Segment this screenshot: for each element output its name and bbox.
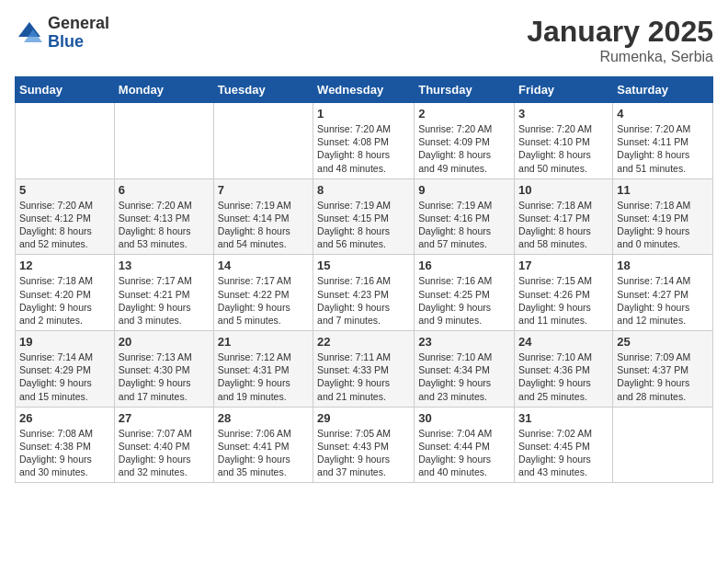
location: Rumenka, Serbia xyxy=(527,49,713,65)
calendar-cell: 25Sunrise: 7:09 AM Sunset: 4:37 PM Dayli… xyxy=(613,331,713,408)
day-info: Sunrise: 7:05 AM Sunset: 4:43 PM Dayligh… xyxy=(317,427,410,479)
day-info: Sunrise: 7:18 AM Sunset: 4:17 PM Dayligh… xyxy=(518,199,609,251)
day-number: 13 xyxy=(119,259,210,272)
logo-icon xyxy=(15,18,44,48)
day-number: 9 xyxy=(418,183,510,197)
calendar-cell: 1Sunrise: 7:20 AM Sunset: 4:08 PM Daylig… xyxy=(313,103,415,179)
calendar-cell: 8Sunrise: 7:19 AM Sunset: 4:15 PM Daylig… xyxy=(313,178,415,255)
calendar-cell: 13Sunrise: 7:17 AM Sunset: 4:21 PM Dayli… xyxy=(114,255,213,331)
day-info: Sunrise: 7:15 AM Sunset: 4:26 PM Dayligh… xyxy=(518,274,609,327)
calendar-cell xyxy=(613,407,713,483)
day-info: Sunrise: 7:02 AM Sunset: 4:45 PM Dayligh… xyxy=(518,427,609,479)
calendar-cell: 14Sunrise: 7:17 AM Sunset: 4:22 PM Dayli… xyxy=(213,255,313,331)
calendar-cell: 30Sunrise: 7:04 AM Sunset: 4:44 PM Dayli… xyxy=(415,407,515,483)
day-number: 31 xyxy=(518,411,609,425)
day-info: Sunrise: 7:14 AM Sunset: 4:29 PM Dayligh… xyxy=(19,350,110,403)
day-info: Sunrise: 7:19 AM Sunset: 4:16 PM Dayligh… xyxy=(418,199,510,251)
calendar-cell: 2Sunrise: 7:20 AM Sunset: 4:09 PM Daylig… xyxy=(415,103,515,179)
day-info: Sunrise: 7:20 AM Sunset: 4:10 PM Dayligh… xyxy=(518,122,609,175)
day-info: Sunrise: 7:09 AM Sunset: 4:37 PM Dayligh… xyxy=(617,350,709,403)
header-day: Thursday xyxy=(415,77,515,103)
day-number: 23 xyxy=(418,335,510,349)
day-number: 24 xyxy=(518,335,609,349)
calendar-cell: 26Sunrise: 7:08 AM Sunset: 4:38 PM Dayli… xyxy=(16,407,115,483)
header-day: Saturday xyxy=(613,77,713,103)
logo: General Blue xyxy=(15,15,109,52)
calendar-cell: 19Sunrise: 7:14 AM Sunset: 4:29 PM Dayli… xyxy=(16,331,115,408)
day-info: Sunrise: 7:17 AM Sunset: 4:22 PM Dayligh… xyxy=(218,274,309,327)
calendar-cell: 28Sunrise: 7:06 AM Sunset: 4:41 PM Dayli… xyxy=(213,407,313,483)
day-info: Sunrise: 7:20 AM Sunset: 4:11 PM Dayligh… xyxy=(617,122,709,175)
header-day: Wednesday xyxy=(313,77,415,103)
calendar-cell: 7Sunrise: 7:19 AM Sunset: 4:14 PM Daylig… xyxy=(213,178,313,255)
calendar-cell: 31Sunrise: 7:02 AM Sunset: 4:45 PM Dayli… xyxy=(515,407,613,483)
day-info: Sunrise: 7:08 AM Sunset: 4:38 PM Dayligh… xyxy=(19,427,110,479)
day-info: Sunrise: 7:10 AM Sunset: 4:34 PM Dayligh… xyxy=(418,350,510,403)
day-number: 28 xyxy=(218,411,309,425)
day-number: 11 xyxy=(617,183,709,197)
day-number: 26 xyxy=(19,411,110,425)
calendar-cell: 21Sunrise: 7:12 AM Sunset: 4:31 PM Dayli… xyxy=(213,331,313,408)
day-number: 5 xyxy=(19,183,110,197)
calendar-cell: 18Sunrise: 7:14 AM Sunset: 4:27 PM Dayli… xyxy=(613,255,713,331)
calendar-cell xyxy=(114,103,213,179)
day-number: 17 xyxy=(518,259,609,272)
day-info: Sunrise: 7:06 AM Sunset: 4:41 PM Dayligh… xyxy=(218,427,309,479)
day-info: Sunrise: 7:18 AM Sunset: 4:20 PM Dayligh… xyxy=(19,274,110,327)
header-day: Monday xyxy=(114,77,213,103)
day-number: 25 xyxy=(617,335,709,349)
day-info: Sunrise: 7:20 AM Sunset: 4:09 PM Dayligh… xyxy=(418,122,510,175)
day-number: 8 xyxy=(317,183,410,197)
day-number: 12 xyxy=(19,259,110,272)
calendar-cell: 24Sunrise: 7:10 AM Sunset: 4:36 PM Dayli… xyxy=(515,331,613,408)
day-number: 14 xyxy=(218,259,309,272)
calendar-cell: 23Sunrise: 7:10 AM Sunset: 4:34 PM Dayli… xyxy=(415,331,515,408)
day-info: Sunrise: 7:14 AM Sunset: 4:27 PM Dayligh… xyxy=(617,274,709,327)
calendar-cell: 17Sunrise: 7:15 AM Sunset: 4:26 PM Dayli… xyxy=(515,255,613,331)
day-info: Sunrise: 7:16 AM Sunset: 4:25 PM Dayligh… xyxy=(418,274,510,327)
day-info: Sunrise: 7:10 AM Sunset: 4:36 PM Dayligh… xyxy=(518,350,609,403)
day-info: Sunrise: 7:20 AM Sunset: 4:08 PM Dayligh… xyxy=(317,122,410,175)
day-info: Sunrise: 7:11 AM Sunset: 4:33 PM Dayligh… xyxy=(317,350,410,403)
day-number: 29 xyxy=(317,411,410,425)
calendar-cell: 20Sunrise: 7:13 AM Sunset: 4:30 PM Dayli… xyxy=(114,331,213,408)
day-number: 21 xyxy=(218,335,309,349)
day-number: 19 xyxy=(19,335,110,349)
day-info: Sunrise: 7:07 AM Sunset: 4:40 PM Dayligh… xyxy=(119,427,210,479)
day-number: 1 xyxy=(317,107,410,121)
header-day: Friday xyxy=(515,77,613,103)
calendar-cell: 29Sunrise: 7:05 AM Sunset: 4:43 PM Dayli… xyxy=(313,407,415,483)
logo-blue: Blue xyxy=(48,33,109,52)
logo-text: General Blue xyxy=(48,15,109,52)
day-number: 2 xyxy=(418,107,510,121)
day-number: 4 xyxy=(617,107,709,121)
day-info: Sunrise: 7:16 AM Sunset: 4:23 PM Dayligh… xyxy=(317,274,410,327)
day-info: Sunrise: 7:17 AM Sunset: 4:21 PM Dayligh… xyxy=(119,274,210,327)
logo-general: General xyxy=(48,15,109,33)
calendar-cell: 4Sunrise: 7:20 AM Sunset: 4:11 PM Daylig… xyxy=(613,103,713,179)
day-number: 16 xyxy=(418,259,510,272)
calendar-week-row: 26Sunrise: 7:08 AM Sunset: 4:38 PM Dayli… xyxy=(16,407,713,483)
calendar-cell: 6Sunrise: 7:20 AM Sunset: 4:13 PM Daylig… xyxy=(114,178,213,255)
day-info: Sunrise: 7:13 AM Sunset: 4:30 PM Dayligh… xyxy=(119,350,210,403)
day-number: 27 xyxy=(119,411,210,425)
calendar-cell: 3Sunrise: 7:20 AM Sunset: 4:10 PM Daylig… xyxy=(515,103,613,179)
calendar-week-row: 5Sunrise: 7:20 AM Sunset: 4:12 PM Daylig… xyxy=(16,178,713,255)
calendar-cell: 22Sunrise: 7:11 AM Sunset: 4:33 PM Dayli… xyxy=(313,331,415,408)
calendar-table: SundayMondayTuesdayWednesdayThursdayFrid… xyxy=(15,76,713,483)
day-info: Sunrise: 7:18 AM Sunset: 4:19 PM Dayligh… xyxy=(617,199,709,251)
title-block: January 2025 Rumenka, Serbia xyxy=(527,15,713,65)
calendar-cell xyxy=(16,103,115,179)
day-number: 7 xyxy=(218,183,309,197)
month-title: January 2025 xyxy=(527,15,713,49)
day-number: 18 xyxy=(617,259,709,272)
day-info: Sunrise: 7:19 AM Sunset: 4:14 PM Dayligh… xyxy=(218,199,309,251)
calendar-cell: 15Sunrise: 7:16 AM Sunset: 4:23 PM Dayli… xyxy=(313,255,415,331)
calendar-cell: 9Sunrise: 7:19 AM Sunset: 4:16 PM Daylig… xyxy=(415,178,515,255)
day-number: 3 xyxy=(518,107,609,121)
day-number: 20 xyxy=(119,335,210,349)
calendar-cell: 5Sunrise: 7:20 AM Sunset: 4:12 PM Daylig… xyxy=(16,178,115,255)
day-info: Sunrise: 7:19 AM Sunset: 4:15 PM Dayligh… xyxy=(317,199,410,251)
day-number: 6 xyxy=(119,183,210,197)
day-info: Sunrise: 7:20 AM Sunset: 4:13 PM Dayligh… xyxy=(119,199,210,251)
